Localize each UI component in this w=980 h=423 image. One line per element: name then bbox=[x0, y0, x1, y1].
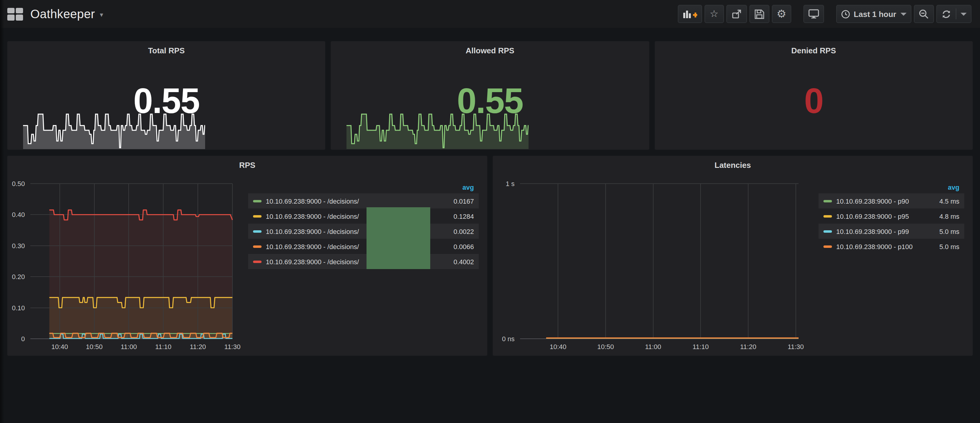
series-name: 10.10.69.238:9000 - /decisions/ bbox=[266, 197, 436, 204]
x-axis-tick-label: 11:10 bbox=[693, 343, 709, 350]
stat-panel-row: Total RPS 0.55 Allowed RPS 0.55 Denied R… bbox=[7, 41, 973, 150]
latencies-legend: avg10.10.69.238:9000 - p904.5 ms10.10.69… bbox=[819, 181, 964, 254]
series-avg-value: 5.0 ms bbox=[922, 243, 959, 250]
refresh-interval-dropdown[interactable] bbox=[956, 8, 967, 19]
x-axis-tick-label: 10:40 bbox=[550, 343, 566, 350]
zoom-out-icon bbox=[919, 9, 929, 19]
add-panel-button[interactable] bbox=[678, 5, 702, 23]
refresh-button[interactable] bbox=[936, 5, 972, 23]
save-icon bbox=[754, 9, 765, 19]
legend-row[interactable]: 10.10.69.238:9000 - /decisions/0.4002 bbox=[248, 254, 479, 269]
series-avg-value: 0.0167 bbox=[436, 197, 474, 204]
panel-rps-graph: RPS 10:4010:5011:0011:1011:2011:3000.100… bbox=[7, 156, 487, 356]
navbar: Oathkeeper ▾ ☆ bbox=[0, 0, 980, 28]
legend-avg-header[interactable]: avg bbox=[248, 181, 479, 193]
refresh-icon bbox=[941, 9, 951, 19]
series-avg-value: 4.5 ms bbox=[922, 197, 959, 204]
rps-legend: avg10.10.69.238:9000 - /decisions/0.0167… bbox=[248, 181, 479, 269]
save-button[interactable] bbox=[749, 5, 770, 23]
y-axis-tick-label: 0.40 bbox=[12, 211, 25, 219]
stat-value: 0.55 bbox=[7, 81, 326, 121]
grafana-dashboard: { "navbar": { "title": "Oathkeeper", "ti… bbox=[0, 0, 980, 423]
star-icon: ☆ bbox=[710, 9, 719, 19]
green-overlay-artifact bbox=[366, 207, 430, 269]
star-button[interactable]: ☆ bbox=[705, 5, 724, 23]
x-axis-tick-label: 11:00 bbox=[121, 343, 137, 350]
y-axis-tick-label: 0 ns bbox=[502, 335, 515, 343]
series-avg-value: 4.8 ms bbox=[922, 212, 959, 220]
legend-row[interactable]: 10.10.69.238:9000 - /decisions/0.0066 bbox=[248, 239, 479, 254]
x-axis-tick-label: 10:40 bbox=[51, 343, 68, 350]
legend-avg-header[interactable]: avg bbox=[819, 181, 964, 193]
panel-allowed-rps: Allowed RPS 0.55 bbox=[331, 41, 649, 150]
refresh-interval-caret-icon bbox=[961, 13, 967, 16]
panel-title[interactable]: Allowed RPS bbox=[331, 46, 649, 55]
series-color-swatch[interactable] bbox=[253, 215, 261, 217]
dashboard-title[interactable]: Oathkeeper bbox=[30, 7, 95, 21]
x-axis-tick-label: 11:10 bbox=[155, 343, 172, 350]
series-color-swatch[interactable] bbox=[253, 200, 261, 202]
dashboard-title-caret-icon[interactable]: ▾ bbox=[100, 11, 103, 19]
series-color-swatch[interactable] bbox=[823, 245, 832, 247]
series-avg-value: 0.0066 bbox=[436, 243, 474, 250]
add-panel-icon bbox=[682, 9, 697, 19]
series-name: 10.10.69.238:9000 - p99 bbox=[836, 228, 922, 235]
series-avg-value: 0.4002 bbox=[436, 258, 474, 265]
y-axis-tick-label: 0.30 bbox=[12, 242, 25, 250]
legend-row[interactable]: 10.10.69.238:9000 - p995.0 ms bbox=[819, 223, 964, 239]
settings-button[interactable]: ⚙ bbox=[772, 5, 791, 23]
time-range-caret-icon bbox=[900, 13, 907, 16]
series-name: 10.10.69.238:9000 - p100 bbox=[836, 243, 922, 250]
y-axis-tick-label: 0.50 bbox=[12, 180, 25, 188]
series-color-swatch[interactable] bbox=[253, 260, 261, 263]
x-axis-tick-label: 11:20 bbox=[740, 343, 756, 350]
navbar-toolbar: ☆ ⚙ bbox=[675, 5, 972, 23]
clock-icon bbox=[841, 10, 850, 19]
stat-value: 0 bbox=[654, 81, 973, 121]
legend-row[interactable]: 10.10.69.238:9000 - /decisions/0.0022 bbox=[248, 223, 479, 239]
legend-row[interactable]: 10.10.69.238:9000 - p904.5 ms bbox=[819, 193, 964, 209]
panel-title[interactable]: Latencies bbox=[493, 161, 973, 170]
series-avg-value: 0.0022 bbox=[436, 228, 474, 235]
gear-icon: ⚙ bbox=[777, 8, 786, 19]
series-color-swatch[interactable] bbox=[823, 215, 832, 217]
apps-grid-icon[interactable] bbox=[7, 8, 23, 20]
series-color-swatch[interactable] bbox=[823, 230, 832, 233]
series-color-swatch[interactable] bbox=[253, 245, 261, 247]
x-axis-tick-label: 10:50 bbox=[86, 343, 103, 350]
panel-latencies-graph: Latencies 10:4010:5011:0011:1011:2011:30… bbox=[493, 156, 973, 356]
series-name: 10.10.69.238:9000 - p90 bbox=[836, 197, 922, 204]
share-button[interactable] bbox=[726, 5, 747, 23]
legend-row[interactable]: 10.10.69.238:9000 - /decisions/0.0167 bbox=[248, 193, 479, 209]
share-icon bbox=[731, 9, 742, 19]
x-axis-tick-label: 11:00 bbox=[645, 343, 661, 350]
series-color-swatch[interactable] bbox=[823, 200, 832, 202]
y-axis-tick-label: 1 s bbox=[506, 180, 515, 188]
graph-panel-row: RPS 10:4010:5011:0011:1011:2011:3000.100… bbox=[7, 156, 973, 356]
x-axis-tick-label: 11:20 bbox=[189, 343, 206, 350]
series-color-swatch[interactable] bbox=[253, 230, 261, 233]
time-range-picker[interactable]: Last 1 hour bbox=[836, 5, 912, 23]
panel-denied-rps: Denied RPS 0 bbox=[654, 41, 973, 150]
legend-row[interactable]: 10.10.69.238:9000 - p954.8 ms bbox=[819, 209, 964, 223]
legend-row[interactable]: 10.10.69.238:9000 - p1005.0 ms bbox=[819, 239, 964, 254]
x-axis-tick-label: 11:30 bbox=[788, 343, 804, 350]
y-axis-tick-label: 0 bbox=[21, 335, 25, 343]
x-axis-tick-label: 10:50 bbox=[597, 343, 614, 350]
x-axis-tick-label: 11:30 bbox=[224, 343, 240, 350]
panel-title[interactable]: RPS bbox=[7, 161, 487, 170]
tv-mode-button[interactable] bbox=[803, 5, 824, 23]
series-avg-value: 0.1284 bbox=[436, 212, 474, 220]
zoom-out-button[interactable] bbox=[914, 5, 934, 23]
time-range-label: Last 1 hour bbox=[854, 10, 896, 19]
series-name: 10.10.69.238:9000 - p95 bbox=[836, 212, 922, 220]
legend-row[interactable]: 10.10.69.238:9000 - /decisions/0.1284 bbox=[248, 209, 479, 223]
series-avg-value: 5.0 ms bbox=[922, 228, 959, 235]
stat-value: 0.55 bbox=[331, 81, 649, 121]
panel-title[interactable]: Denied RPS bbox=[654, 46, 973, 55]
panel-title[interactable]: Total RPS bbox=[7, 46, 326, 55]
panel-total-rps: Total RPS 0.55 bbox=[7, 41, 326, 150]
tv-mode-icon bbox=[808, 9, 819, 19]
y-axis-tick-label: 0.20 bbox=[12, 273, 25, 280]
y-axis-tick-label: 0.10 bbox=[12, 304, 25, 312]
